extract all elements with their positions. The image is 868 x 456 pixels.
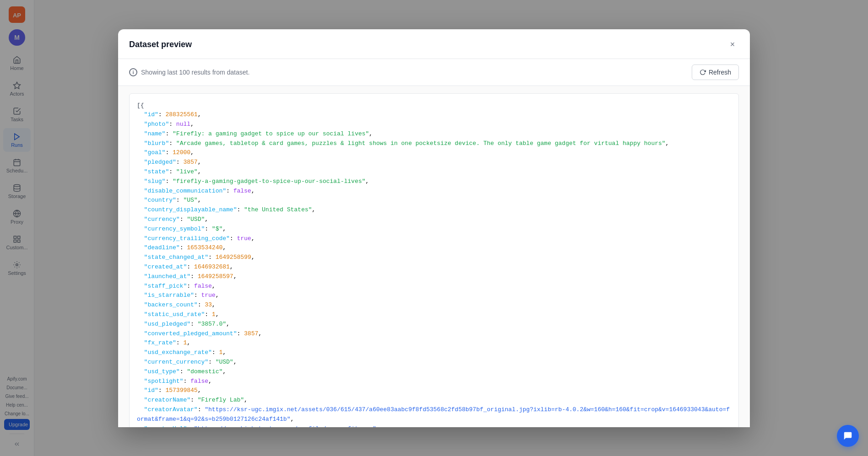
dataset-preview-modal: Dataset preview × i Showing last 100 res… bbox=[118, 29, 750, 427]
modal-info: i Showing last 100 results from dataset. bbox=[129, 68, 250, 76]
json-viewer: [{ "id": 288325561, "photo": null, "name… bbox=[129, 93, 739, 427]
chat-icon bbox=[843, 431, 853, 441]
chat-bubble-button[interactable] bbox=[837, 425, 859, 447]
info-icon: i bbox=[129, 68, 137, 76]
modal-toolbar: i Showing last 100 results from dataset.… bbox=[118, 59, 750, 86]
modal-info-text: Showing last 100 results from dataset. bbox=[141, 69, 250, 76]
refresh-label: Refresh bbox=[709, 69, 731, 76]
modal-body[interactable]: [{ "id": 288325561, "photo": null, "name… bbox=[118, 86, 750, 427]
modal-close-button[interactable]: × bbox=[726, 38, 739, 51]
refresh-button[interactable]: Refresh bbox=[692, 64, 739, 80]
modal-header: Dataset preview × bbox=[118, 29, 750, 59]
modal-title: Dataset preview bbox=[129, 40, 192, 49]
refresh-icon bbox=[700, 69, 706, 75]
